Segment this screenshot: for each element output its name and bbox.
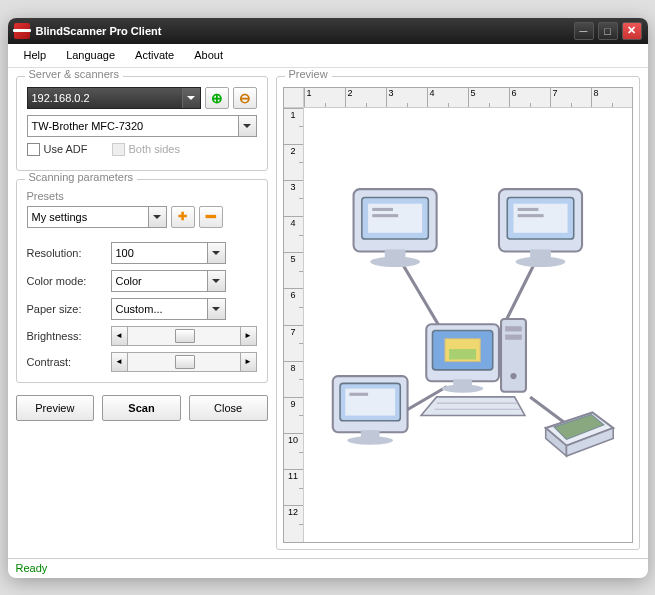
brightness-slider[interactable]: ◄ ► — [111, 326, 257, 346]
plus-icon: ✚ — [178, 210, 187, 223]
preview-legend: Preview — [285, 68, 332, 80]
svg-point-17 — [515, 257, 565, 267]
titlebar: BlindScanner Pro Client ─ □ ✕ — [8, 18, 648, 44]
add-preset-button[interactable]: ✚ — [171, 206, 195, 228]
server-address-value: 192.168.0.2 — [32, 92, 90, 104]
add-server-icon: ⊕ — [211, 91, 223, 105]
remove-preset-button[interactable]: ━ — [199, 206, 223, 228]
chevron-down-icon — [182, 88, 200, 108]
content: Server & scanners 192.168.0.2 ⊕ ⊖ TW-Bro… — [8, 68, 648, 558]
paper-size-value: Custom... — [116, 303, 163, 315]
contrast-slider[interactable]: ◄ ► — [111, 352, 257, 372]
chevron-down-icon — [148, 207, 166, 227]
server-scanners-legend: Server & scanners — [25, 68, 123, 80]
ruler-v-tick: 1 — [284, 108, 303, 144]
remove-server-icon: ⊖ — [239, 91, 251, 105]
svg-rect-26 — [505, 335, 522, 340]
network-diagram-icon — [312, 158, 624, 490]
maximize-button[interactable]: □ — [598, 22, 618, 40]
color-mode-combo[interactable]: Color — [111, 270, 226, 292]
ruler-corner — [284, 88, 304, 108]
ruler-v-tick: 11 — [284, 469, 303, 505]
ruler-horizontal: 1 2 3 4 5 6 7 8 — [304, 88, 632, 108]
server-address-combo[interactable]: 192.168.0.2 — [27, 87, 201, 109]
window-controls: ─ □ ✕ — [574, 22, 642, 40]
svg-rect-14 — [517, 208, 538, 211]
status-text: Ready — [16, 562, 48, 574]
scanning-params-legend: Scanning parameters — [25, 171, 138, 183]
contrast-track[interactable] — [128, 353, 240, 371]
scanner-value: TW-Brother MFC-7320 — [32, 120, 144, 132]
brightness-increase[interactable]: ► — [240, 327, 256, 345]
ruler-h-tick: 8 — [591, 88, 632, 107]
ruler-v-tick: 2 — [284, 144, 303, 180]
svg-point-35 — [347, 437, 393, 445]
menubar: Help Language Activate About — [8, 44, 648, 68]
svg-rect-34 — [361, 430, 380, 437]
action-buttons: Preview Scan Close — [16, 391, 268, 425]
close-button[interactable]: Close — [189, 395, 268, 421]
scanning-params-group: Scanning parameters Presets My settings … — [16, 179, 268, 383]
contrast-increase[interactable]: ► — [240, 353, 256, 371]
preview-button[interactable]: Preview — [16, 395, 95, 421]
left-panel: Server & scanners 192.168.0.2 ⊕ ⊖ TW-Bro… — [16, 76, 268, 550]
scan-button[interactable]: Scan — [102, 395, 181, 421]
ruler-h-tick: 7 — [550, 88, 591, 107]
brightness-label: Brightness: — [27, 330, 107, 342]
svg-rect-8 — [372, 214, 398, 217]
app-icon — [14, 23, 30, 39]
svg-rect-7 — [372, 208, 393, 211]
ruler-h-tick: 5 — [468, 88, 509, 107]
ruler-h-tick: 2 — [345, 88, 386, 107]
contrast-thumb[interactable] — [175, 355, 195, 369]
preset-value: My settings — [32, 211, 88, 223]
chevron-down-icon — [207, 243, 225, 263]
ruler-v-tick: 6 — [284, 288, 303, 324]
use-adf-label: Use ADF — [44, 143, 88, 155]
menu-help[interactable]: Help — [16, 46, 55, 64]
scanner-combo[interactable]: TW-Brother MFC-7320 — [27, 115, 257, 137]
svg-rect-9 — [384, 250, 405, 258]
brightness-thumb[interactable] — [175, 329, 195, 343]
resolution-value: 100 — [116, 247, 134, 259]
ruler-vertical: 1 2 3 4 5 6 7 8 9 10 11 12 — [284, 108, 304, 542]
ruler-h-tick: 4 — [427, 88, 468, 107]
brightness-track[interactable] — [128, 327, 240, 345]
menu-about[interactable]: About — [186, 46, 231, 64]
preview-canvas[interactable] — [304, 108, 632, 542]
ruler-h-tick: 3 — [386, 88, 427, 107]
ruler-h-tick: 1 — [304, 88, 345, 107]
chevron-down-icon — [207, 299, 225, 319]
contrast-decrease[interactable]: ◄ — [112, 353, 128, 371]
remove-server-button[interactable]: ⊖ — [233, 87, 257, 109]
svg-rect-33 — [349, 393, 368, 396]
ruler-v-tick: 10 — [284, 433, 303, 469]
paper-size-combo[interactable]: Custom... — [111, 298, 226, 320]
resolution-label: Resolution: — [27, 247, 107, 259]
menu-language[interactable]: Language — [58, 46, 123, 64]
color-mode-value: Color — [116, 275, 142, 287]
menu-activate[interactable]: Activate — [127, 46, 182, 64]
statusbar: Ready — [8, 558, 648, 578]
resolution-combo[interactable]: 100 — [111, 242, 226, 264]
minimize-button[interactable]: ─ — [574, 22, 594, 40]
svg-point-27 — [510, 373, 516, 379]
close-window-button[interactable]: ✕ — [622, 22, 642, 40]
app-window: BlindScanner Pro Client ─ □ ✕ Help Langu… — [8, 18, 648, 578]
add-server-button[interactable]: ⊕ — [205, 87, 229, 109]
ruler-v-tick: 7 — [284, 325, 303, 361]
svg-rect-32 — [345, 389, 395, 416]
ruler-v-tick: 8 — [284, 361, 303, 397]
chevron-down-icon — [238, 116, 256, 136]
ruler-v-tick: 12 — [284, 505, 303, 541]
server-scanners-group: Server & scanners 192.168.0.2 ⊕ ⊖ TW-Bro… — [16, 76, 268, 171]
both-sides-label: Both sides — [129, 143, 180, 155]
ruler-v-tick: 4 — [284, 216, 303, 252]
presets-label: Presets — [27, 190, 257, 202]
use-adf-checkbox[interactable] — [27, 143, 40, 156]
svg-point-23 — [442, 385, 484, 393]
preview-area: 1 2 3 4 5 6 7 8 1 2 3 4 5 6 7 8 — [283, 87, 633, 543]
ruler-v-tick: 3 — [284, 180, 303, 216]
brightness-decrease[interactable]: ◄ — [112, 327, 128, 345]
preset-combo[interactable]: My settings — [27, 206, 167, 228]
